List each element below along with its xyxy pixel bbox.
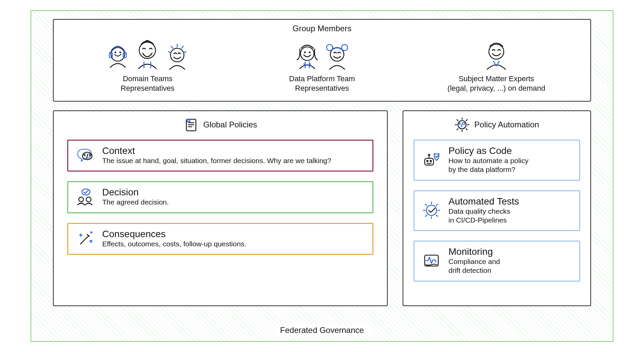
- automation-card-policy-as-code: Policy as Code How to automate a policy …: [413, 140, 580, 181]
- automation-card-monitoring: Monitoring Compliance and drift detectio…: [413, 241, 580, 282]
- card-subtitle: The agreed decision.: [102, 198, 169, 207]
- card-subtitle: Compliance and drift detection: [448, 257, 500, 275]
- card-subtitle: Effects, outcomes, costs, follow-up ques…: [102, 240, 246, 248]
- global-policies-panel: Global Policies: [53, 110, 388, 306]
- card-title: Context: [102, 145, 331, 156]
- frame-label: Federated Governance: [31, 325, 613, 335]
- svg-point-12: [342, 45, 348, 51]
- member-group-label: Subject Matter Experts (legal, privacy, …: [447, 74, 545, 93]
- card-subtitle: How to automate a policy by the data pla…: [448, 156, 529, 174]
- person-headset-icon: [105, 41, 131, 72]
- global-policies-title: Global Policies: [203, 120, 257, 129]
- member-group-sme: Subject Matter Experts (legal, privacy, …: [409, 35, 584, 93]
- svg-point-22: [430, 160, 431, 162]
- member-group-data-platform: Data Platform Team Representatives: [235, 35, 409, 93]
- svg-point-24: [426, 205, 437, 215]
- group-members-panel: Group Members: [53, 19, 591, 102]
- people-check-icon: [76, 187, 95, 206]
- card-title: Automated Tests: [448, 196, 519, 207]
- card-subtitle: The issue at hand, goal, situation, form…: [102, 156, 331, 165]
- robot-shield-icon: [422, 150, 441, 169]
- person-buns-icon: [323, 39, 351, 72]
- person-expert-icon: [482, 38, 511, 72]
- svg-point-9: [309, 52, 310, 53]
- svg-point-6: [170, 48, 184, 62]
- policy-automation-panel: Policy Automation: [403, 110, 591, 306]
- magic-wand-icon: [76, 229, 95, 248]
- policy-card-consequences: Consequences Effects, outcomes, costs, f…: [67, 223, 373, 255]
- gear-code-icon: [455, 117, 470, 132]
- gear-check-icon: [422, 201, 441, 220]
- group-members-title: Group Members: [60, 24, 584, 33]
- person-radiant-icon: [164, 40, 191, 72]
- document-icon: [184, 117, 199, 132]
- svg-point-8: [304, 52, 305, 53]
- card-title: Consequences: [102, 229, 246, 240]
- policy-card-context: Context The issue at hand, goal, situati…: [67, 140, 373, 172]
- card-title: Policy as Code: [448, 145, 529, 156]
- automation-card-automated-tests: Automated Tests Data quality checks in C…: [413, 190, 580, 231]
- policy-card-decision: Decision The agreed decision.: [67, 181, 373, 213]
- svg-point-1: [115, 52, 116, 53]
- card-subtitle: Data quality checks in CI/CD-Pipelines: [448, 207, 519, 225]
- card-title: Decision: [102, 187, 169, 198]
- person-beard-icon: [132, 37, 162, 72]
- svg-point-5: [139, 42, 155, 58]
- svg-point-17: [86, 197, 91, 202]
- member-group-label: Domain Teams Representatives: [121, 74, 174, 93]
- federated-governance-frame: Group Members: [31, 10, 613, 342]
- svg-point-21: [427, 160, 428, 162]
- monitor-wave-icon: [422, 251, 441, 270]
- svg-point-11: [327, 45, 333, 51]
- member-group-domain-teams: Domain Teams Representatives: [60, 35, 235, 93]
- svg-point-23: [428, 154, 430, 156]
- svg-point-2: [120, 52, 121, 53]
- svg-point-18: [82, 189, 90, 195]
- member-group-label: Data Platform Team Representatives: [289, 74, 355, 93]
- policy-automation-title: Policy Automation: [474, 120, 539, 129]
- svg-point-13: [489, 44, 504, 59]
- chat-code-icon: [76, 146, 95, 165]
- person-pigtails-icon: [293, 39, 321, 72]
- card-title: Monitoring: [448, 246, 500, 257]
- svg-point-16: [79, 197, 84, 202]
- svg-point-7: [300, 47, 314, 60]
